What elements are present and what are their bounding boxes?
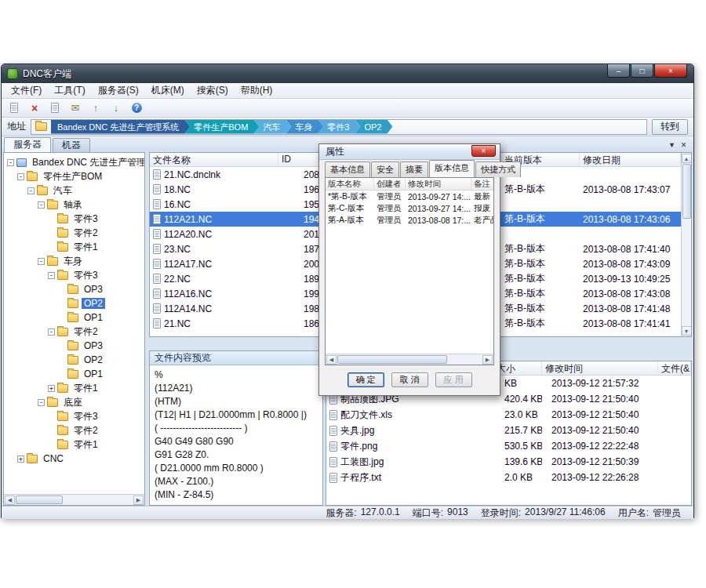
send-button[interactable]: ✉ xyxy=(67,100,84,116)
copy-button[interactable] xyxy=(46,100,64,116)
tree-item[interactable]: 零件1 xyxy=(4,437,144,452)
maximize-button[interactable]: □ xyxy=(631,64,653,78)
breadcrumb-item[interactable]: 车身 xyxy=(286,120,323,134)
tree-expander[interactable]: - xyxy=(48,328,55,336)
scroll-left-button[interactable]: ◀ xyxy=(326,355,337,365)
tree-item[interactable]: OP3 xyxy=(4,282,144,296)
breadcrumb-item[interactable]: OP2 xyxy=(355,120,392,134)
column-header[interactable]: 版本名称 xyxy=(326,178,374,190)
column-header[interactable]: 大小 xyxy=(493,361,542,375)
version-row[interactable]: 第-A-版本管理员2013-08-08 17:...老产品程序 xyxy=(326,214,493,226)
breadcrumb-item[interactable]: Bandex DNC 先进生产管理系统 xyxy=(51,120,190,134)
dialog-tab[interactable]: 安全 xyxy=(371,162,399,177)
tree-item[interactable]: -Bandex DNC 先进生产管理系统 xyxy=(4,155,144,169)
column-header[interactable]: 修改时间 xyxy=(406,178,471,190)
column-header[interactable]: 创建者 xyxy=(374,178,406,190)
version-row[interactable]: 第-C-版本管理员2013-09-27 14:...报废 xyxy=(326,202,493,214)
menu-item[interactable]: 文件(F) xyxy=(5,82,48,99)
scroll-left-button[interactable]: ◀ xyxy=(5,495,15,505)
tree-item[interactable]: OP2 xyxy=(4,353,144,367)
tree-expander[interactable]: - xyxy=(27,187,35,194)
tree-expander[interactable]: - xyxy=(48,272,55,279)
close-button[interactable]: × xyxy=(654,64,687,78)
scrollbar-thumb[interactable] xyxy=(16,495,63,504)
tree-item[interactable]: -轴承 xyxy=(4,198,144,212)
tree-h-scrollbar[interactable]: ◀ ▶ xyxy=(4,494,144,505)
tree-item[interactable]: OP3 xyxy=(4,339,144,353)
menu-item[interactable]: 帮助(H) xyxy=(235,82,279,99)
scroll-down-button[interactable]: ▼ xyxy=(682,326,692,336)
tree-item[interactable]: 零件3 xyxy=(4,409,144,423)
tree-item[interactable]: -零件2 xyxy=(4,325,144,339)
attachment-row[interactable]: 子程序.txt2.0 KB2013-09-12 22:26:28 xyxy=(326,470,691,485)
new-file-button[interactable] xyxy=(5,100,23,116)
menu-item[interactable]: 工具(T) xyxy=(48,82,91,99)
tree-expander[interactable]: - xyxy=(38,258,45,265)
menu-item[interactable]: 服务器(S) xyxy=(92,82,145,99)
dialog-title-bar[interactable]: 属性 × xyxy=(319,144,500,160)
dialog-button[interactable]: 取 消 xyxy=(391,372,428,387)
tree-item[interactable]: 零件1 xyxy=(4,240,144,254)
tree-expander[interactable]: - xyxy=(38,201,45,209)
panel-splitter[interactable] xyxy=(145,152,148,506)
panel-tab[interactable]: 机器 xyxy=(53,138,90,152)
minimize-button[interactable]: – xyxy=(607,64,630,78)
tree-item[interactable]: -零件3 xyxy=(4,268,144,282)
column-header[interactable]: 修改日期 xyxy=(580,153,681,166)
tree-item[interactable]: +CNC xyxy=(4,452,144,466)
tree-item[interactable]: 零件2 xyxy=(4,226,144,240)
delete-button[interactable]: × xyxy=(26,100,43,116)
help-button[interactable]: ? xyxy=(128,100,145,116)
tree-expander[interactable]: - xyxy=(17,173,24,180)
download-button[interactable]: ↓ xyxy=(107,100,125,116)
tree-expander[interactable]: - xyxy=(7,159,14,166)
dialog-tab[interactable]: 快捷方式 xyxy=(475,162,521,177)
close-panel-button[interactable]: × xyxy=(681,141,686,149)
tree-item[interactable]: -汽车 xyxy=(4,183,144,198)
column-header[interactable]: 备注 xyxy=(471,178,493,190)
dialog-tab[interactable]: 版本信息 xyxy=(429,160,475,177)
attachment-row[interactable]: 配刀文件.xls23.0 KB2013-09-12 21:50:40 xyxy=(326,407,691,423)
tree-item[interactable]: -零件生产BOM xyxy=(4,169,144,183)
tree-expander[interactable]: - xyxy=(38,399,45,406)
dialog-tab[interactable]: 摘要 xyxy=(400,162,428,177)
breadcrumb-item[interactable]: 零件3 xyxy=(318,120,360,134)
scrollbar-thumb[interactable] xyxy=(337,355,447,364)
column-header[interactable]: 修改时间 xyxy=(542,361,658,375)
go-button[interactable]: 转到 xyxy=(652,119,688,135)
tree-item[interactable]: -车身 xyxy=(4,254,144,268)
attachment-row[interactable]: 夹具.jpg215.7 KB2013-09-12 21:50:40 xyxy=(326,423,691,438)
upload-button[interactable]: ↑ xyxy=(87,100,104,116)
menu-item[interactable]: 搜索(S) xyxy=(191,82,235,99)
dialog-button[interactable]: 应 用 xyxy=(435,372,472,387)
tree-item[interactable]: OP1 xyxy=(4,367,144,381)
tree-item[interactable]: 零件3 xyxy=(4,212,144,226)
dialog-tab[interactable]: 基本信息 xyxy=(325,162,370,177)
tree-item[interactable]: -底座 xyxy=(4,395,144,409)
breadcrumb-item[interactable]: 汽车 xyxy=(253,120,291,134)
column-header[interactable]: 文件(& xyxy=(658,361,691,375)
attachment-row[interactable]: 工装图.jpg139.6 KB2013-09-12 21:50:39 xyxy=(326,454,691,470)
version-row[interactable]: *第-B-版本管理员2013-09-27 14:...最新 xyxy=(326,191,493,202)
panel-tab[interactable]: 服务器 xyxy=(4,137,51,152)
attachment-row[interactable]: 零件.png530.5 KB2013-09-12 22:22:48 xyxy=(326,438,691,454)
tree-item[interactable]: OP1 xyxy=(4,310,144,325)
pin-panel-button[interactable]: ▼ xyxy=(668,142,675,149)
tree-item[interactable]: 零件2 xyxy=(4,423,144,437)
scroll-right-button[interactable]: ▶ xyxy=(133,495,144,505)
tree-expander[interactable]: + xyxy=(17,456,24,463)
scrollbar-thumb[interactable] xyxy=(682,164,691,219)
breadcrumb-item[interactable]: 零件生产BOM xyxy=(184,120,259,134)
dialog-button[interactable]: 确 定 xyxy=(348,372,384,387)
title-bar[interactable]: DNC客户端 – □ × xyxy=(2,64,693,83)
file-list-scrollbar[interactable]: ▲ ▼ xyxy=(681,153,691,336)
scroll-right-button[interactable]: ▶ xyxy=(482,355,493,365)
tree-expander[interactable]: + xyxy=(48,385,55,392)
dialog-close-button[interactable]: × xyxy=(471,145,496,157)
tree-item[interactable]: +零件1 xyxy=(4,381,144,395)
tree-item[interactable]: OP2 xyxy=(4,296,144,310)
column-header[interactable]: 文件名称 xyxy=(150,153,278,166)
scroll-up-button[interactable]: ▲ xyxy=(682,154,692,163)
dialog-h-scrollbar[interactable]: ◀ ▶ xyxy=(326,354,493,365)
menu-item[interactable]: 机床(M) xyxy=(145,82,191,99)
